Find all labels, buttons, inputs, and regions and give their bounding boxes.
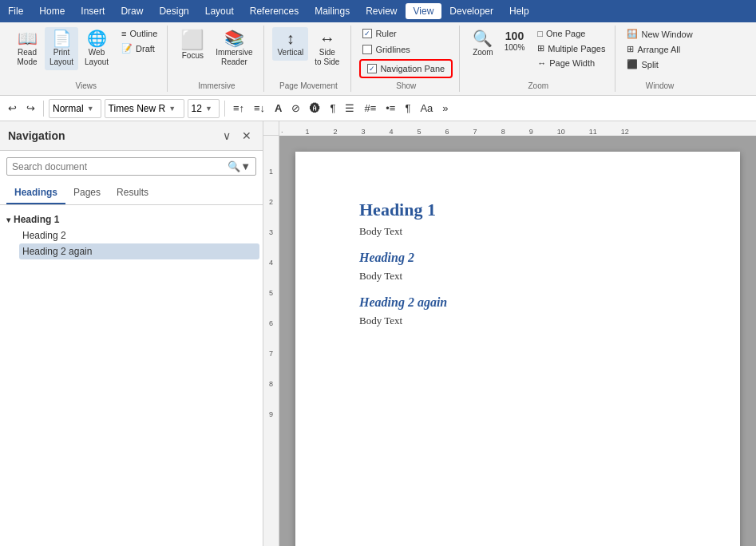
nav-panel-close-button[interactable]: ✕	[239, 128, 255, 144]
ruler-checkbox-label[interactable]: Ruler	[359, 27, 399, 40]
increase-indent-button[interactable]: ≡↑	[230, 101, 247, 116]
outline-icon: ≡	[121, 29, 126, 38]
doc-body-1[interactable]: Body Text	[359, 225, 676, 238]
split-icon: ⬛	[627, 59, 638, 69]
read-mode-icon: 📖	[18, 30, 38, 46]
immersive-group-label: Immersive	[198, 78, 235, 90]
font-dropdown[interactable]: Times New R ▼	[105, 99, 184, 118]
menu-file[interactable]: File	[0, 3, 31, 19]
list-button[interactable]: ☰	[342, 101, 358, 116]
results-tab[interactable]: Results	[109, 182, 156, 204]
search-box[interactable]: 🔍▼	[6, 157, 256, 176]
menu-references[interactable]: References	[242, 3, 307, 19]
pages-tab[interactable]: Pages	[65, 182, 109, 204]
ribbon-group-views: 📖 ReadMode 📄 PrintLayout 🌐 WebLayout ≡ O…	[5, 26, 168, 92]
font-size-dropdown[interactable]: 12 ▼	[188, 99, 220, 118]
new-window-icon: 🪟	[627, 29, 638, 39]
vruler-mark: 6	[269, 319, 273, 327]
zoom-100-icon: 100	[505, 30, 524, 42]
menu-review[interactable]: Review	[358, 3, 405, 19]
menu-layout[interactable]: Layout	[197, 3, 242, 19]
menu-design[interactable]: Design	[151, 3, 196, 19]
toolbar-separator-1	[43, 101, 44, 117]
nav-tree-heading1[interactable]: ▾ Heading 1	[3, 212, 259, 228]
show-buttons: Ruler Gridlines Navigation Pane	[359, 27, 453, 78]
undo-button[interactable]: ↩	[5, 101, 20, 116]
vertical-button[interactable]: ↕ Vertical	[272, 27, 308, 61]
format-button[interactable]: 🅐	[307, 101, 323, 116]
decrease-indent-button[interactable]: ≡↓	[251, 101, 268, 116]
draft-label: Draft	[136, 44, 155, 53]
search-button[interactable]: 🔍▼	[228, 160, 251, 172]
one-page-button[interactable]: □ One Page	[534, 27, 608, 40]
menu-mailings[interactable]: Mailings	[307, 3, 358, 19]
bullets-button[interactable]: •≡	[382, 101, 398, 116]
draft-button[interactable]: 📝 Draft	[118, 42, 160, 55]
arrange-all-button[interactable]: ⊞ Arrange All	[623, 42, 695, 56]
page-width-icon: ↔	[537, 58, 546, 68]
menu-draw[interactable]: Draw	[113, 3, 151, 19]
nav-heading2again-label: Heading 2 again	[22, 246, 92, 257]
numbering-button[interactable]: #≡	[361, 101, 379, 116]
vruler-mark: 1	[269, 168, 273, 176]
navigation-pane-checkbox-label[interactable]: Navigation Pane	[364, 62, 448, 75]
marks-button[interactable]: ¶	[402, 101, 414, 116]
style-dropdown[interactable]: Normal ▼	[49, 99, 101, 118]
gridlines-checkbox-label[interactable]: Gridlines	[359, 43, 413, 56]
page-width-button[interactable]: ↔ Page Width	[534, 57, 608, 69]
new-window-button[interactable]: 🪟 New Window	[623, 27, 695, 41]
doc-heading1: Heading 1	[359, 200, 676, 220]
nav-tree-heading2[interactable]: Heading 2	[19, 228, 259, 243]
nav-panel-collapse-button[interactable]: ∨	[220, 128, 234, 144]
zoom-100-button[interactable]: 100 100%	[500, 27, 530, 56]
zoom-small-buttons: □ One Page ⊞ Multiple Pages ↔ Page Width	[534, 27, 608, 69]
navigation-pane-checkbox[interactable]	[367, 64, 377, 73]
views-buttons: 📖 ReadMode 📄 PrintLayout 🌐 WebLayout ≡ O…	[11, 27, 160, 78]
focus-label: Focus	[182, 51, 204, 61]
print-layout-icon: 📄	[52, 30, 72, 46]
vruler-mark: 2	[269, 198, 273, 206]
split-button[interactable]: ⬛ Split	[623, 57, 695, 71]
doc-body-3[interactable]: Body Text	[359, 315, 676, 327]
menu-home[interactable]: Home	[31, 3, 73, 19]
redo-button[interactable]: ↪	[23, 101, 38, 116]
menu-developer[interactable]: Developer	[441, 3, 501, 19]
bold-button[interactable]: A	[271, 101, 285, 116]
search-input[interactable]	[12, 161, 228, 172]
ribbon-group-immersive: ⬜ Focus 📚 ImmersiveReader Immersive	[169, 26, 264, 92]
doc-scroll[interactable]: Heading 1 Body Text Heading 2 Body Text …	[279, 136, 756, 546]
web-layout-button[interactable]: 🌐 WebLayout	[80, 27, 113, 70]
zoom-100-label: 100%	[505, 43, 525, 53]
clear-format-button[interactable]: ⊘	[288, 101, 303, 116]
one-page-label: One Page	[546, 29, 586, 38]
outline-button[interactable]: ≡ Outline	[118, 27, 160, 40]
toolbar-row: ↩ ↪ Normal ▼ Times New R ▼ 12 ▼ ≡↑ ≡↓ A …	[0, 96, 756, 121]
more-button[interactable]: »	[439, 101, 451, 116]
vruler-mark: 7	[269, 350, 273, 358]
menu-help[interactable]: Help	[501, 3, 537, 19]
focus-button[interactable]: ⬜ Focus	[176, 27, 209, 64]
ruler-mark: 7	[473, 128, 477, 136]
side-to-side-button[interactable]: ↔ Sideto Side	[310, 27, 344, 70]
ruler-mark: 12	[621, 128, 629, 136]
ruler-checkbox[interactable]	[362, 29, 372, 38]
zoom-button[interactable]: 🔍 Zoom	[468, 27, 498, 61]
immersive-reader-label: ImmersiveReader	[216, 48, 252, 67]
ribbon-group-show: Ruler Gridlines Navigation Pane Show	[353, 26, 460, 92]
horizontal-ruler: · 1 2 3 4 5 6 7 8 9 10 11 12	[279, 121, 756, 136]
doc-body-2[interactable]: Body Text	[359, 270, 676, 283]
gridlines-checkbox[interactable]	[362, 45, 372, 54]
styles-button[interactable]: Aa	[417, 101, 436, 116]
nav-tree-heading2again[interactable]: Heading 2 again	[19, 243, 259, 259]
immersive-reader-button[interactable]: 📚 ImmersiveReader	[211, 27, 257, 70]
ribbon-group-zoom: 🔍 Zoom 100 100% □ One Page ⊞ Multiple Pa…	[461, 26, 615, 92]
print-layout-button[interactable]: 📄 PrintLayout	[45, 27, 78, 70]
menu-view[interactable]: View	[406, 3, 442, 19]
headings-tab[interactable]: Headings	[6, 182, 65, 204]
multiple-pages-label: Multiple Pages	[548, 44, 605, 53]
read-mode-button[interactable]: 📖 ReadMode	[11, 27, 43, 70]
menu-insert[interactable]: Insert	[73, 3, 113, 19]
multiple-pages-button[interactable]: ⊞ Multiple Pages	[534, 42, 608, 55]
paragraph-button[interactable]: ¶	[327, 101, 338, 116]
views-group-label: Views	[75, 78, 97, 90]
